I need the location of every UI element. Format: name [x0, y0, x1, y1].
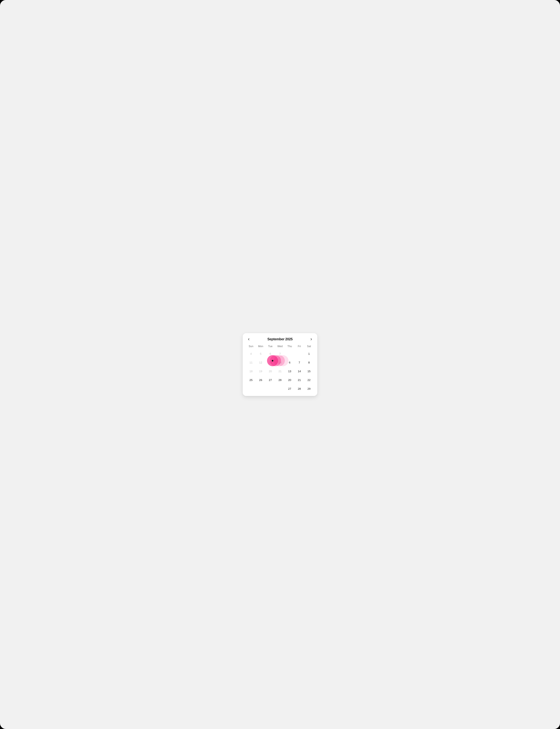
day-cell[interactable]: 6 — [266, 352, 275, 356]
app-stage: September 2025 Sun Mon Tue Wed Thu Fri S… — [0, 0, 560, 729]
next-month-button[interactable] — [309, 337, 314, 342]
day-cell-blank — [266, 386, 275, 391]
day-cell[interactable]: 4 — [246, 352, 256, 356]
day-cell[interactable]: 11 — [246, 360, 256, 365]
day-cell[interactable]: 5 — [256, 352, 265, 356]
prev-month-button[interactable] — [246, 337, 251, 342]
day-cell[interactable]: 21 — [294, 377, 304, 382]
day-cell[interactable]: 1 — [304, 352, 314, 356]
day-cell[interactable]: 27 — [285, 386, 294, 391]
day-cell[interactable]: 7 — [275, 352, 285, 356]
calendar-header: September 2025 — [246, 337, 314, 344]
day-cell[interactable]: 18 — [246, 369, 256, 374]
day-cell-blank — [246, 386, 256, 391]
day-cell[interactable]: 8 — [304, 360, 314, 365]
day-cell[interactable]: 25 — [246, 377, 256, 382]
weekday-row: Sun Mon Tue Wed Thu Fri Sat — [246, 344, 314, 350]
weekday-label: Thu — [285, 344, 294, 349]
day-cell[interactable]: 19 — [256, 369, 265, 374]
weekday-label: Fri — [294, 344, 304, 349]
day-cell[interactable]: 6 — [285, 360, 294, 365]
day-cell[interactable]: 27 — [266, 377, 275, 382]
calendar-grid: 4567111121314678181920211314152526272820… — [246, 350, 314, 392]
day-cell-blank — [285, 352, 294, 356]
weekday-label: Tue — [266, 344, 275, 349]
day-cell[interactable]: 14 — [294, 369, 304, 374]
weekday-label: Sat — [304, 344, 314, 349]
day-cell-blank — [275, 386, 285, 391]
day-cell[interactable]: 12 — [256, 360, 265, 365]
day-cell[interactable]: 14 — [275, 360, 285, 365]
day-cell[interactable]: 29 — [304, 386, 314, 391]
day-cell[interactable]: 21 — [275, 369, 285, 374]
month-title: September 2025 — [267, 337, 293, 341]
day-cell[interactable]: 20 — [285, 377, 294, 382]
weekday-label: Mon — [256, 344, 265, 349]
calendar-card: September 2025 Sun Mon Tue Wed Thu Fri S… — [243, 333, 317, 396]
day-cell[interactable]: 15 — [304, 369, 314, 374]
chevron-left-icon — [247, 338, 250, 341]
day-cell[interactable]: 20 — [266, 369, 275, 374]
day-cell[interactable]: 22 — [304, 377, 314, 382]
day-cell[interactable]: 13 — [266, 360, 275, 365]
chevron-right-icon — [310, 338, 313, 341]
day-cell[interactable]: 28 — [275, 377, 285, 382]
day-cell[interactable]: 28 — [294, 386, 304, 391]
day-cell[interactable]: 7 — [294, 360, 304, 365]
weekday-label: Sun — [246, 344, 256, 349]
day-cell-blank — [294, 352, 304, 356]
day-cell[interactable]: 13 — [285, 369, 294, 374]
weekday-label: Wed — [275, 344, 285, 349]
day-cell[interactable]: 26 — [256, 377, 265, 382]
day-cell-blank — [256, 386, 265, 391]
